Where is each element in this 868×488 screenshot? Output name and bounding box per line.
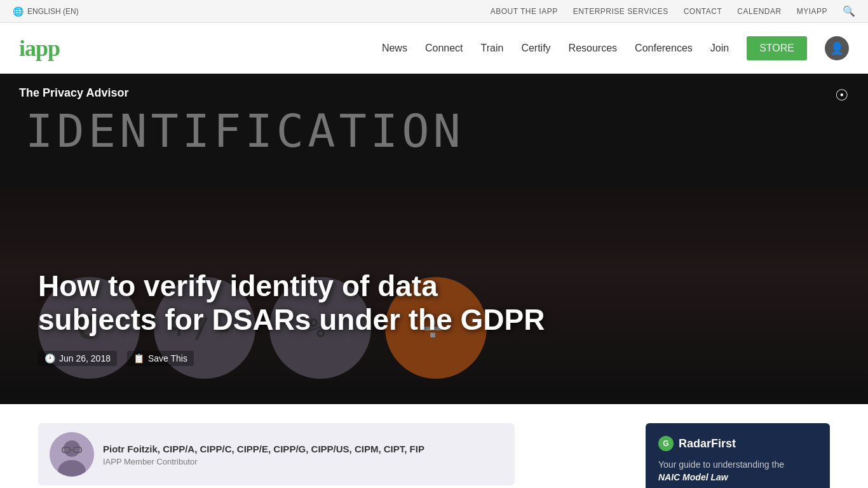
- store-button[interactable]: STORE: [747, 36, 807, 60]
- hero-content: How to verify identity of data subjects …: [38, 269, 830, 366]
- section-label: The Privacy Advisor: [19, 86, 128, 100]
- nav-certify[interactable]: Certify: [521, 43, 550, 54]
- main-nav: iapp News Connect Train Certify Resource…: [0, 23, 868, 74]
- nav-join[interactable]: Join: [710, 43, 729, 54]
- ad-content: G RadarFirst Your guide to understanding…: [646, 423, 830, 488]
- language-label: ENGLISH (EN): [27, 7, 79, 16]
- language-selector[interactable]: 🌐 ENGLISH (EN): [13, 6, 79, 17]
- hero-section: IDENTIFICATION C +/- % ÷ The Privacy Adv…: [0, 74, 868, 404]
- author-info: Piotr Foitzik, CIPP/A, CIPP/C, CIPP/E, C…: [103, 442, 424, 466]
- contact-link[interactable]: CONTACT: [684, 7, 722, 16]
- save-label: Save This: [148, 353, 187, 363]
- myiapp-link[interactable]: MYIAPP: [797, 7, 827, 16]
- ad-company-name: RadarFirst: [679, 437, 736, 451]
- article-main: Piotr Foitzik, CIPP/A, CIPP/C, CIPP/E, C…: [38, 423, 620, 488]
- calendar-link[interactable]: CALENDAR: [737, 7, 781, 16]
- date-text: Jun 26, 2018: [59, 353, 111, 363]
- search-icon[interactable]: 🔍: [843, 5, 855, 17]
- nav-connect[interactable]: Connect: [425, 43, 463, 54]
- about-link[interactable]: ABOUT THE IAPP: [491, 7, 558, 16]
- author-name: Piotr Foitzik, CIPP/A, CIPP/C, CIPP/E, C…: [103, 442, 424, 456]
- hero-meta: 🕐 Jun 26, 2018 📋 Save This: [38, 351, 830, 366]
- author-role: IAPP Member Contributor: [103, 457, 424, 466]
- ad-tagline: Your guide to understanding the NAIC Mod…: [658, 459, 817, 484]
- globe-icon: 🌐: [13, 6, 24, 17]
- article-title: How to verify identity of data subjects …: [38, 269, 546, 337]
- article-area: Piotr Foitzik, CIPP/A, CIPP/C, CIPP/E, C…: [0, 404, 868, 488]
- save-this-button[interactable]: 📋 Save This: [127, 351, 194, 366]
- nav-links: News Connect Train Certify Resources Con…: [382, 36, 849, 60]
- save-icon: 📋: [133, 353, 144, 363]
- site-logo[interactable]: iapp: [19, 35, 60, 62]
- author-avatar: [50, 432, 94, 477]
- svg-point-1: [64, 440, 80, 457]
- nav-conferences[interactable]: Conferences: [635, 43, 693, 54]
- enterprise-link[interactable]: ENTERPRISE SERVICES: [573, 7, 668, 16]
- user-account-button[interactable]: 👤: [825, 36, 849, 60]
- clock-icon: 🕐: [44, 353, 55, 363]
- article-sidebar: G RadarFirst Your guide to understanding…: [646, 423, 830, 488]
- radar-first-icon: G: [658, 436, 674, 451]
- rss-icon[interactable]: ☉: [835, 86, 849, 104]
- top-nav-links: ABOUT THE IAPP ENTERPRISE SERVICES CONTA…: [491, 5, 855, 17]
- ad-title: NAIC Model Law: [658, 472, 728, 482]
- sidebar-advertisement[interactable]: G RadarFirst Your guide to understanding…: [646, 423, 830, 488]
- article-date: 🕐 Jun 26, 2018: [38, 351, 117, 366]
- top-bar: 🌐 ENGLISH (EN) ABOUT THE IAPP ENTERPRISE…: [0, 0, 868, 23]
- ad-logo: G RadarFirst: [658, 436, 817, 451]
- nav-news[interactable]: News: [382, 43, 407, 54]
- author-box: Piotr Foitzik, CIPP/A, CIPP/C, CIPP/E, C…: [38, 423, 515, 485]
- nav-train[interactable]: Train: [481, 43, 504, 54]
- nav-resources[interactable]: Resources: [569, 43, 617, 54]
- section-title: The Privacy Advisor: [19, 86, 128, 100]
